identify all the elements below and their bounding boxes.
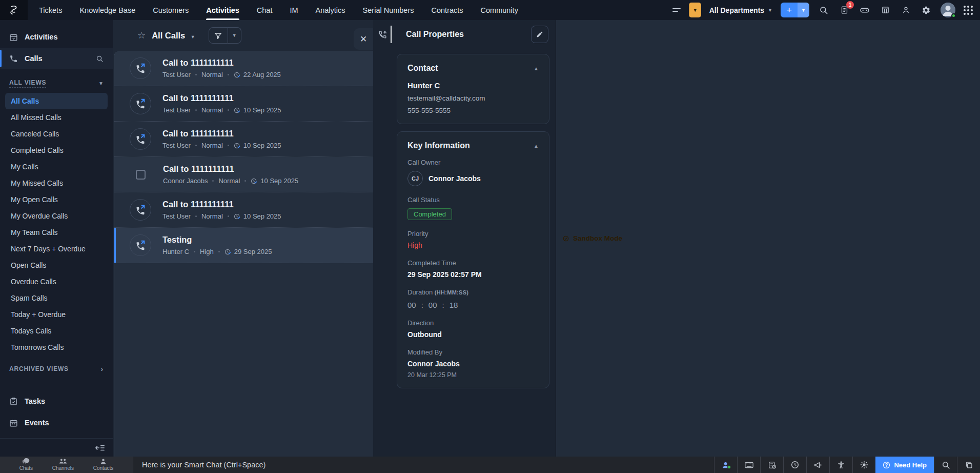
view-title-dropdown[interactable]: All Calls ▼ bbox=[152, 31, 195, 41]
sidebar-view-todays-calls[interactable]: Todays Calls bbox=[5, 323, 108, 339]
user-avatar[interactable] bbox=[941, 3, 955, 17]
call-list-item[interactable]: Call to 1111111111 Test User Normal 10 S… bbox=[114, 86, 373, 122]
settings-gear-icon[interactable] bbox=[920, 4, 932, 16]
contacts-shortcut[interactable]: Contacts bbox=[93, 458, 113, 471]
call-due-date: 10 Sep 2025 bbox=[234, 212, 281, 220]
call-list-item[interactable]: Call to 1111111111 Connor Jacobs Normal … bbox=[114, 157, 373, 192]
search-icon[interactable] bbox=[818, 4, 830, 16]
filter-caret[interactable]: ▼ bbox=[228, 27, 241, 44]
contact-email[interactable]: testemail@calldacity.com bbox=[407, 94, 539, 102]
left-sidebar: Activities Calls ALL VIEWS ▼ All Calls A… bbox=[0, 20, 113, 457]
question-circle-icon bbox=[883, 461, 890, 469]
sidebar-view-open-calls[interactable]: Open Calls bbox=[5, 257, 108, 273]
sidebar-view-my-open-calls[interactable]: My Open Calls bbox=[5, 191, 108, 208]
nav-tab-customers[interactable]: Customers bbox=[153, 0, 189, 20]
status-badge[interactable]: Completed bbox=[407, 208, 452, 220]
call-title: Testing bbox=[162, 235, 272, 245]
nav-overflow-icon[interactable] bbox=[672, 7, 681, 13]
sidebar-module-calls[interactable]: Calls bbox=[0, 48, 113, 69]
call-list-item-selected[interactable]: Testing Hunter C High 29 Sep 2025 bbox=[114, 228, 373, 263]
edit-properties-icon[interactable] bbox=[531, 26, 548, 43]
nav-tab-activities[interactable]: Activities bbox=[206, 0, 239, 20]
sidebar-module-events[interactable]: Events bbox=[0, 412, 113, 433]
theme-brightness-icon[interactable] bbox=[852, 457, 875, 473]
nav-tab-knowledge-base[interactable]: Knowledge Base bbox=[79, 0, 135, 20]
contact-phone[interactable]: 555-555-5555 bbox=[407, 107, 539, 114]
quick-add-caret[interactable]: ▼ bbox=[798, 3, 809, 17]
contact-name[interactable]: Hunter C bbox=[407, 81, 539, 90]
favorite-star-icon[interactable]: ☆ bbox=[137, 30, 146, 41]
collapse-sidebar-icon[interactable] bbox=[95, 444, 105, 451]
nav-tab-analytics[interactable]: Analytics bbox=[316, 0, 345, 20]
sidebar-view-my-missed-calls[interactable]: My Missed Calls bbox=[5, 175, 108, 191]
gamescope-icon[interactable] bbox=[859, 4, 871, 16]
outbound-call-icon bbox=[130, 57, 151, 79]
keyboard-shortcuts-icon[interactable] bbox=[737, 457, 760, 473]
sidebar-view-spam-calls[interactable]: Spam Calls bbox=[5, 290, 108, 306]
nav-tab-tickets[interactable]: Tickets bbox=[39, 0, 62, 20]
online-users-icon[interactable] bbox=[714, 457, 737, 473]
archived-views-header[interactable]: ARCHIVED VIEWS › bbox=[0, 359, 113, 379]
task-status-icon[interactable] bbox=[760, 457, 783, 473]
duration-hours-field[interactable]: 00 bbox=[407, 301, 416, 309]
marketplace-icon[interactable] bbox=[879, 4, 891, 16]
priority-value[interactable]: High bbox=[407, 241, 539, 249]
close-list-icon[interactable]: ✕ bbox=[354, 28, 373, 50]
chat-shortcuts: Chats Channels Contacts bbox=[0, 457, 133, 473]
sandbox-mode-caret[interactable]: ▼ bbox=[689, 3, 701, 17]
plus-icon[interactable]: + bbox=[781, 3, 798, 17]
sidebar-view-my-calls[interactable]: My Calls bbox=[5, 159, 108, 175]
sidebar-view-next-7-days-overdue[interactable]: Next 7 Days + Overdue bbox=[5, 241, 108, 257]
key-information-header[interactable]: Key Information ▲ bbox=[407, 141, 539, 150]
direction-value: Outbound bbox=[407, 330, 539, 339]
copy-stack-icon[interactable] bbox=[957, 457, 980, 473]
call-list-header: ☆ All Calls ▼ ▼ ✕ bbox=[113, 20, 373, 51]
chats-shortcut[interactable]: Chats bbox=[19, 458, 33, 471]
call-properties-tab-icon[interactable] bbox=[373, 20, 392, 49]
nav-tab-chat[interactable]: Chat bbox=[257, 0, 273, 20]
announcements-icon[interactable] bbox=[806, 457, 829, 473]
duration-seconds-field[interactable]: 18 bbox=[450, 301, 458, 309]
app-logo-icon[interactable] bbox=[0, 0, 28, 20]
sidebar-view-my-overdue-calls[interactable]: My Overdue Calls bbox=[5, 208, 108, 224]
sidebar-view-my-team-calls[interactable]: My Team Calls bbox=[5, 224, 108, 241]
modified-by-label: Modified By bbox=[407, 348, 539, 356]
sidebar-view-canceled-calls[interactable]: Canceled Calls bbox=[5, 126, 108, 142]
modified-date: 20 Mar 12:25 PM bbox=[407, 371, 539, 379]
smart-chat-input[interactable]: Here is your Smart Chat (Ctrl+Space) bbox=[142, 461, 714, 469]
need-help-button[interactable]: Need Help bbox=[875, 457, 934, 473]
sidebar-view-today-overdue[interactable]: Today + Overdue bbox=[5, 306, 108, 323]
nav-tab-im[interactable]: IM bbox=[290, 0, 298, 20]
nav-tab-community[interactable]: Community bbox=[481, 0, 518, 20]
contact-section-header[interactable]: Contact ▲ bbox=[407, 64, 539, 73]
row-checkbox[interactable] bbox=[136, 170, 146, 180]
recent-activity-clock-icon[interactable] bbox=[783, 457, 806, 473]
separator-dot bbox=[212, 180, 214, 182]
sidebar-view-completed-calls[interactable]: Completed Calls bbox=[5, 142, 108, 159]
call-owner-value[interactable]: CJ Connor Jacobs bbox=[407, 171, 539, 186]
notifications-icon[interactable]: 1 bbox=[838, 4, 850, 16]
sidebar-view-tomorrows-calls[interactable]: Tomorrows Calls bbox=[5, 339, 108, 356]
call-list-item[interactable]: Call to 1111111111 Test User Normal 10 S… bbox=[114, 192, 373, 228]
call-list-item[interactable]: Call to 1111111111 Test User Normal 10 S… bbox=[114, 122, 373, 157]
accessibility-icon[interactable] bbox=[829, 457, 852, 473]
all-views-header[interactable]: ALL VIEWS ▼ bbox=[0, 73, 113, 93]
sidebar-view-all-missed-calls[interactable]: All Missed Calls bbox=[5, 109, 108, 126]
outbound-call-icon bbox=[130, 199, 151, 221]
module-search-icon[interactable] bbox=[96, 55, 104, 63]
channels-shortcut[interactable]: Channels bbox=[52, 458, 74, 471]
bottom-search-icon[interactable] bbox=[934, 457, 957, 473]
duration-minutes-field[interactable]: 00 bbox=[428, 301, 437, 309]
sidebar-view-all-calls[interactable]: All Calls bbox=[5, 93, 108, 109]
sidebar-view-overdue-calls[interactable]: Overdue Calls bbox=[5, 273, 108, 290]
nav-tab-serial-numbers[interactable]: Serial Numbers bbox=[363, 0, 414, 20]
departments-dropdown[interactable]: All Departments ▼ bbox=[709, 6, 772, 14]
filter-funnel-icon[interactable] bbox=[209, 27, 228, 44]
sidebar-module-activities[interactable]: Activities bbox=[0, 26, 113, 48]
profile-directory-icon[interactable] bbox=[900, 4, 912, 16]
app-launcher-icon[interactable] bbox=[964, 6, 973, 15]
call-list-item[interactable]: Call to 1111111111 Test User Normal 22 A… bbox=[114, 51, 373, 86]
sidebar-module-tasks[interactable]: Tasks bbox=[0, 390, 113, 412]
nav-tab-contracts[interactable]: Contracts bbox=[432, 0, 463, 20]
call-title: Call to 1111111111 bbox=[163, 164, 298, 174]
